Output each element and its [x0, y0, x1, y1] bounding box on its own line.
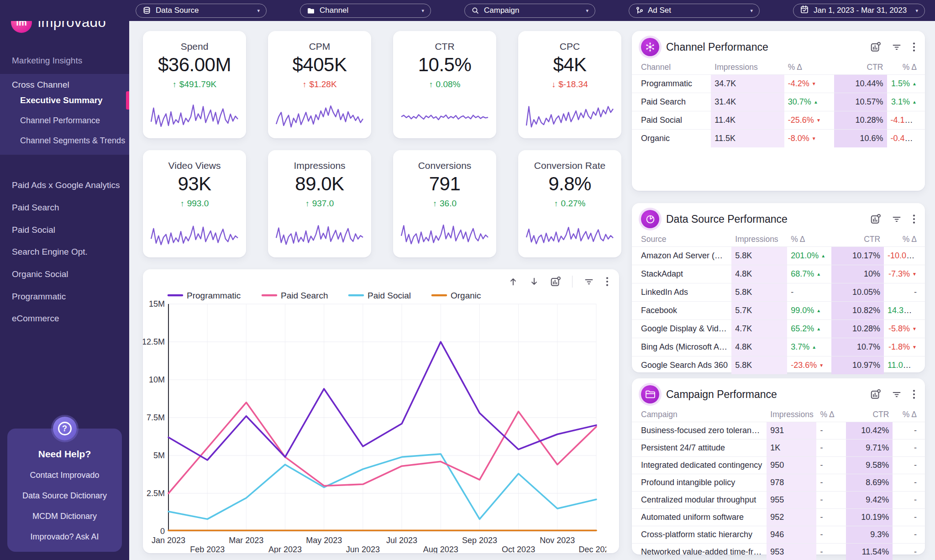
svg-text:Mar 2023: Mar 2023: [229, 536, 263, 545]
ctr-delta-cell: 14.3% ▲: [884, 302, 925, 320]
impressions-cell: 4.8K: [731, 265, 787, 283]
help-link-mcdm-dictionary[interactable]: MCDM Dictionary: [12, 512, 117, 521]
legend-item-paid-search[interactable]: Paid Search: [263, 291, 328, 300]
row-name: Paid Social: [632, 111, 711, 130]
impressions-delta-cell: -: [816, 492, 846, 509]
table-row[interactable]: Facebook5.7K99.0% ▲10.82%14.3% ▲: [632, 302, 925, 320]
kpi-value: $405K: [293, 54, 347, 76]
kebab-menu-icon[interactable]: [912, 214, 916, 225]
table-row[interactable]: Programmatic34.7K-4.2% ▼10.44%1.5% ▲: [632, 75, 925, 93]
row-name: Business-focused zero tolerance arch...: [632, 422, 767, 440]
help-icon[interactable]: ?: [53, 417, 77, 440]
impressions-cell: 1K: [767, 440, 816, 457]
arrow-up-icon[interactable]: [508, 277, 518, 287]
legend-item-programmatic[interactable]: Programmatic: [168, 291, 241, 300]
kebab-menu-icon[interactable]: [912, 389, 916, 400]
sidebar-item-paid-social[interactable]: Paid Social: [0, 219, 129, 241]
arrow-down-icon[interactable]: [529, 277, 539, 287]
impressions-delta-cell: 65.2% ▲: [787, 320, 831, 338]
table-row[interactable]: Automated uniform software952-10.19%-: [632, 509, 925, 526]
row-name: Centralized modular throughput: [632, 492, 767, 509]
sidebar-item-organic-social[interactable]: Organic Social: [0, 263, 129, 286]
kebab-menu-icon[interactable]: [912, 42, 916, 52]
database-icon: [142, 6, 151, 15]
sidebar-item-programmatic[interactable]: Programmatic: [0, 285, 129, 308]
ctr-cell: 10.7%: [831, 338, 884, 356]
table-row[interactable]: Cross-platform static hierarchy946-9.3%-: [632, 526, 925, 544]
ctr-cell: 10.6%: [834, 130, 887, 148]
impressions-delta-cell: -: [816, 526, 846, 544]
sidebar-item-channel-performance[interactable]: Channel Performance: [0, 110, 129, 131]
legend-item-paid-social[interactable]: Paid Social: [349, 291, 411, 300]
table-row[interactable]: LinkedIn Ads5.8K-10.05%-: [632, 283, 925, 302]
cross-channel-trend-chart: 02.5M5M7.5M10M12.5M15MProgrammaticPaid S…: [143, 269, 606, 553]
table-row[interactable]: Google Display & Video 3604.7K65.2% ▲10.…: [632, 320, 925, 338]
table-row[interactable]: Amazon Ad Server (Sizme...5.8K201.0% ▲10…: [632, 247, 925, 265]
date-range-label: Jan 1, 2023 - Mar 31, 2023: [814, 6, 907, 15]
filter-data-source-dropdown[interactable]: Data Source▾: [136, 4, 267, 18]
kpi-title: Spend: [181, 41, 209, 52]
chart-settings-icon[interactable]: [870, 42, 881, 52]
table-row[interactable]: Business-focused zero tolerance arch...9…: [632, 422, 925, 440]
chart-settings-icon[interactable]: [870, 214, 881, 225]
sidebar-item-executive-summary[interactable]: Executive Summary: [0, 90, 129, 110]
row-name: Organic: [632, 130, 711, 148]
sidebar-item-search-engine-opt-[interactable]: Search Engine Opt.: [0, 241, 129, 263]
sidebar-group-cross-channel: Cross Channel Executive Summary Channel …: [0, 74, 129, 155]
sidebar-item-ecommerce[interactable]: eCommerce: [0, 308, 129, 330]
sidebar-item-paid-search[interactable]: Paid Search: [0, 197, 129, 219]
filter-campaign-dropdown[interactable]: Campaign▾: [464, 4, 595, 18]
ctr-cell: 9.71%: [846, 440, 893, 457]
toolbar-divider: [572, 276, 573, 288]
table-row[interactable]: Paid Social11.4K-25.6% ▼10.28%-4.1% ▼: [632, 111, 925, 130]
table-row[interactable]: Bing Ads (Microsoft Advert...4.8K3.7% ▲1…: [632, 338, 925, 356]
kpi-sparkline: [149, 100, 240, 135]
svg-text:Programmatic: Programmatic: [187, 291, 241, 300]
row-name: Facebook: [632, 302, 731, 320]
sidebar-item-channel-segments-trends[interactable]: Channel Segments & Trends: [0, 131, 129, 151]
data-source-performance-panel: Data Source PerformanceSourceImpressions…: [632, 203, 925, 372]
kpi-value: 89.0K: [295, 173, 344, 195]
kpi-card-cpc: CPC$4K↓$-18.34: [518, 31, 621, 138]
date-range-picker[interactable]: Jan 1, 2023 - Mar 31, 2023 ▾: [793, 4, 925, 18]
kebab-menu-icon[interactable]: [605, 276, 609, 287]
panel-title: Data Source Performance: [666, 213, 863, 225]
help-link-contact-improvado[interactable]: Contact Improvado: [12, 471, 117, 480]
table-row[interactable]: Profound intangible policy978-8.69%-: [632, 474, 925, 492]
chart-settings-icon[interactable]: [550, 276, 561, 287]
panel-actions: [870, 389, 916, 400]
impressions-cell: 955: [767, 492, 816, 509]
table-row[interactable]: Networked value-added time-frame953-11.5…: [632, 544, 925, 560]
row-name: Programmatic: [632, 75, 711, 93]
panel-header: Campaign Performance: [632, 378, 925, 408]
ctr-delta-cell: -: [884, 283, 925, 302]
table-row[interactable]: StackAdapt4.8K68.7% ▲10%-7.3% ▼: [632, 265, 925, 283]
table-row[interactable]: Paid Search31.4K30.7% ▲10.57%3.1% ▲: [632, 93, 925, 111]
table-row[interactable]: Integrated dedicated contingency950-9.58…: [632, 457, 925, 474]
filter-ad-set-dropdown[interactable]: Ad Set▾: [629, 4, 760, 18]
table-row[interactable]: Google Search Ads 3605.8K-23.6% ▼10.97%1…: [632, 356, 925, 375]
help-link-improvado-ask-ai[interactable]: Improvado? Ask AI: [12, 532, 117, 542]
filter-icon[interactable]: [891, 42, 902, 52]
impressions-cell: 31.4K: [711, 93, 784, 111]
table-row[interactable]: Centralized modular throughput955-9.42%-: [632, 492, 925, 509]
sidebar-item-cross-channel[interactable]: Cross Channel: [0, 79, 129, 90]
chart-settings-icon[interactable]: [870, 389, 881, 400]
filter-icon[interactable]: [891, 214, 902, 224]
svg-text:Organic: Organic: [451, 291, 481, 300]
legend-item-organic[interactable]: Organic: [432, 291, 481, 300]
kpi-sparkline: [274, 219, 365, 254]
row-name: Paid Search: [632, 93, 711, 111]
sidebar-item-paid-ads-x-google-analytics[interactable]: Paid Ads x Google Analytics: [0, 174, 129, 197]
table-row[interactable]: Organic11.5K-8.0% ▼10.6%-0.4% ▼: [632, 130, 925, 148]
table-row[interactable]: Persistent 24/7 attitude1K-9.71%-: [632, 440, 925, 457]
filter-channel-dropdown[interactable]: Channel▾: [300, 4, 431, 18]
help-link-data-source-dictionary[interactable]: Data Source Dictionary: [12, 491, 117, 501]
filter-icon[interactable]: [891, 389, 902, 399]
ctr-cell: 10%: [831, 265, 884, 283]
main-content: Spend$36.00M↑$491.79KCPM$405K↑$1.28KCTR1…: [129, 21, 935, 560]
svg-text:May 2023: May 2023: [306, 536, 342, 545]
filter-icon[interactable]: [583, 277, 594, 287]
kpi-delta: ↑$1.28K: [302, 79, 336, 89]
calendar-icon: [800, 5, 809, 16]
